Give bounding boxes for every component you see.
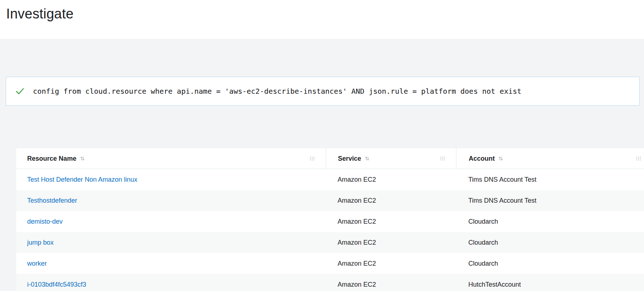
account-cell: Tims DNS Account Test xyxy=(456,190,644,211)
account-cell-text: Cloudarch xyxy=(468,239,498,246)
table-row: Testhostdefender Amazon EC2 Tims DNS Acc… xyxy=(16,190,644,211)
page-header: Investigate xyxy=(0,0,644,40)
resource-name-cell: worker xyxy=(16,253,326,274)
service-cell-text: Amazon EC2 xyxy=(338,218,376,225)
account-cell-text: Cloudarch xyxy=(468,260,498,267)
account-cell: Cloudarch xyxy=(456,232,644,253)
drag-handle-icon[interactable] xyxy=(440,156,445,161)
account-cell: Cloudarch xyxy=(456,211,644,232)
column-label: Account xyxy=(469,155,495,163)
resource-name-cell: jump box xyxy=(16,232,326,253)
drag-handle-icon[interactable] xyxy=(636,156,641,161)
service-cell-text: Amazon EC2 xyxy=(338,239,376,246)
account-cell: Cloudarch xyxy=(456,253,644,274)
sort-icon[interactable] xyxy=(498,156,503,161)
account-cell: HutchTestAccount xyxy=(456,274,644,291)
column-label: Resource Name xyxy=(27,155,76,163)
service-cell: Amazon EC2 xyxy=(326,274,456,291)
table-body: Test Host Defender Non Amazon linux Amaz… xyxy=(16,169,644,291)
sort-icon[interactable] xyxy=(80,156,85,161)
account-cell-text: Tims DNS Account Test xyxy=(468,176,536,184)
resource-name-link[interactable]: i-0103bdf4fc5493cf3 xyxy=(27,281,86,288)
query-valid-check-icon xyxy=(15,87,25,96)
resource-name-link[interactable]: worker xyxy=(27,260,47,267)
results-table: Resource Name xyxy=(16,148,644,291)
query-text: config from cloud.resource where api.nam… xyxy=(33,87,522,96)
resource-name-cell: i-0103bdf4fc5493cf3 xyxy=(16,274,326,291)
service-cell-text: Amazon EC2 xyxy=(338,176,376,184)
table-row: jump box Amazon EC2 Cloudarch xyxy=(16,232,644,253)
service-cell: Amazon EC2 xyxy=(326,169,456,190)
account-cell-text: HutchTestAccount xyxy=(468,281,521,288)
service-cell: Amazon EC2 xyxy=(326,232,456,253)
account-cell: Tims DNS Account Test xyxy=(456,169,644,190)
column-header-account[interactable]: Account xyxy=(456,148,644,169)
resource-name-link[interactable]: Test Host Defender Non Amazon linux xyxy=(27,176,137,184)
table-row: worker Amazon EC2 Cloudarch xyxy=(16,253,644,274)
resource-name-cell: Testhostdefender xyxy=(16,190,326,211)
resource-name-link[interactable]: demisto-dev xyxy=(27,218,63,225)
sort-icon[interactable] xyxy=(365,156,369,161)
query-input[interactable]: config from cloud.resource where api.nam… xyxy=(6,77,640,106)
table-row: demisto-dev Amazon EC2 Cloudarch xyxy=(16,211,644,232)
column-header-service[interactable]: Service xyxy=(326,148,456,169)
service-cell-text: Amazon EC2 xyxy=(338,260,376,267)
service-cell: Amazon EC2 xyxy=(326,253,456,274)
account-cell-text: Tims DNS Account Test xyxy=(468,197,536,204)
resource-name-link[interactable]: Testhostdefender xyxy=(27,197,77,204)
account-cell-text: Cloudarch xyxy=(468,218,498,225)
service-cell-text: Amazon EC2 xyxy=(338,197,376,204)
table-row: i-0103bdf4fc5493cf3 Amazon EC2 HutchTest… xyxy=(16,274,644,291)
table-row: Test Host Defender Non Amazon linux Amaz… xyxy=(16,169,644,190)
service-cell-text: Amazon EC2 xyxy=(338,281,376,288)
table-header-row: Resource Name xyxy=(16,148,644,169)
column-label: Service xyxy=(338,155,361,163)
main-content: config from cloud.resource where api.nam… xyxy=(0,77,644,291)
resource-name-cell: demisto-dev xyxy=(16,211,326,232)
service-cell: Amazon EC2 xyxy=(326,190,456,211)
resource-name-link[interactable]: jump box xyxy=(27,239,54,246)
drag-handle-icon[interactable] xyxy=(310,156,315,161)
resource-name-cell: Test Host Defender Non Amazon linux xyxy=(16,169,326,190)
service-cell: Amazon EC2 xyxy=(326,211,456,232)
page-title: Investigate xyxy=(6,5,644,22)
column-header-resource-name[interactable]: Resource Name xyxy=(16,148,326,169)
